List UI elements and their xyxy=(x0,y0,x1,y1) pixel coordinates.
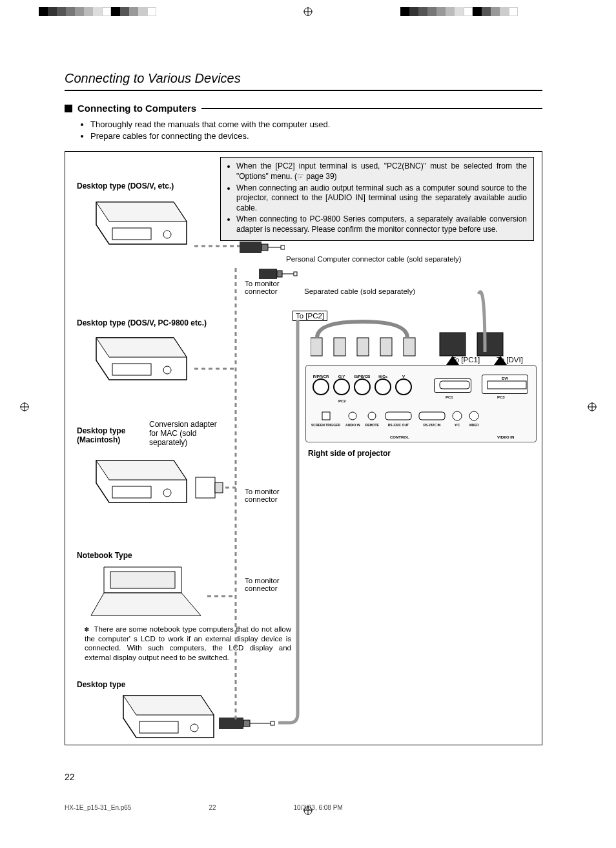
registration-mark-icon xyxy=(303,806,313,815)
svg-point-31 xyxy=(469,411,478,420)
port-label: G/Y xyxy=(333,375,350,378)
section-heading: Connecting to Computers xyxy=(65,103,542,114)
port-group-label: PC2 xyxy=(338,399,346,403)
section-title: Connecting to Computers xyxy=(77,103,196,114)
pc-cable-label: Personal Computer connector cable (sold … xyxy=(286,255,462,263)
svg-marker-39 xyxy=(91,593,201,615)
intro-list: Thoroughly read the manuals that come wi… xyxy=(88,119,542,142)
svg-rect-43 xyxy=(139,721,178,733)
desktop1-label: Desktop type (DOS/V, etc.) xyxy=(77,181,174,191)
serial-port-icon xyxy=(384,411,413,421)
svg-rect-11 xyxy=(294,272,297,276)
registration-mark-icon xyxy=(588,402,597,411)
mac-adapter-icon xyxy=(193,475,225,501)
port-label: REMOTE xyxy=(365,423,379,427)
svg-rect-21 xyxy=(440,333,466,356)
page-title: Connecting to Various Devices xyxy=(65,71,542,91)
svg-point-44 xyxy=(190,724,198,732)
svg-rect-24 xyxy=(488,381,526,389)
intro-bullet: Thoroughly read the manuals that come wi… xyxy=(90,119,542,130)
mac-label: Desktop type (Macintosh) xyxy=(77,426,141,444)
vga-connector-icon xyxy=(259,267,298,281)
rca-port-icon xyxy=(468,411,480,421)
svg-rect-17 xyxy=(334,338,345,356)
svg-rect-2 xyxy=(112,228,151,240)
port-label: V xyxy=(395,375,412,378)
svg-marker-33 xyxy=(96,460,187,480)
svg-rect-37 xyxy=(215,482,223,493)
registration-mark-icon xyxy=(20,402,29,411)
diagram-box: When the [PC2] input terminal is used, "… xyxy=(65,151,542,745)
svg-rect-14 xyxy=(112,364,151,375)
sep-cable-label: Separated cable (sold separately) xyxy=(304,287,415,295)
svg-rect-29 xyxy=(419,412,445,420)
svg-marker-1 xyxy=(96,202,187,222)
svg-marker-13 xyxy=(96,338,187,357)
notes-callout: When the [PC2] input terminal is used, "… xyxy=(220,157,534,240)
port-label: VIDEO xyxy=(468,423,480,427)
dvi-connector-icon xyxy=(219,715,277,732)
notebook-illustration xyxy=(85,564,207,622)
notebook-note-text: There are some notebook type computers t… xyxy=(85,625,291,661)
port-group-label: PC3 xyxy=(497,395,505,399)
svg-point-27 xyxy=(368,412,376,420)
port-label: R/PR/CR xyxy=(313,375,329,378)
port-label: SCREEN TRIGGER xyxy=(311,423,340,427)
notebook-note: ✽ There are some notebook type computers… xyxy=(85,625,291,662)
to-monitor-1: To monitor connector xyxy=(245,280,290,295)
port-label: RS-232C IN xyxy=(418,423,446,427)
svg-rect-5 xyxy=(262,244,268,251)
jack-port-icon xyxy=(367,411,377,421)
registration-mark-icon xyxy=(303,7,313,16)
svg-rect-19 xyxy=(380,338,392,356)
port-group-label: VIDEO IN xyxy=(497,435,514,439)
svg-rect-4 xyxy=(240,242,262,253)
svideo-port-icon xyxy=(451,411,463,421)
svg-rect-25 xyxy=(322,412,330,420)
svg-rect-36 xyxy=(196,477,215,498)
vga-connector-icon xyxy=(240,239,285,256)
svg-rect-46 xyxy=(243,720,250,727)
bnc-port-icon xyxy=(313,378,329,395)
svg-rect-23 xyxy=(440,381,469,389)
vga-port-icon xyxy=(434,378,471,393)
svg-rect-20 xyxy=(404,338,415,356)
svg-point-3 xyxy=(163,231,171,238)
serial-port-icon xyxy=(418,411,446,421)
dvi-port-icon: DVI xyxy=(482,375,528,394)
mac-illustration xyxy=(77,454,193,509)
footer-page: 22 xyxy=(209,804,216,811)
svg-rect-28 xyxy=(385,412,411,420)
svg-rect-16 xyxy=(311,338,322,356)
svg-rect-45 xyxy=(219,718,243,729)
bnc-port-icon xyxy=(333,378,350,395)
svg-rect-22 xyxy=(477,333,503,356)
port-label: RS-232C OUT xyxy=(384,423,413,427)
svg-point-15 xyxy=(163,366,171,374)
projector-side-panel: R/PR/CR G/Y B/PB/CB H/Cs V xyxy=(305,365,537,442)
svg-rect-9 xyxy=(277,271,282,277)
port-label: B/PB/CB xyxy=(354,375,371,378)
projector-side-label: Right side of projector xyxy=(308,449,391,458)
page-number: 22 xyxy=(65,772,75,782)
svg-rect-48 xyxy=(271,721,274,725)
desktop-bottom-label: Desktop type xyxy=(77,680,125,689)
conversion-adapter-label: Conversion adapter for MAC (sold separat… xyxy=(149,420,220,447)
port-group-label: CONTROL xyxy=(390,435,409,439)
svg-point-35 xyxy=(163,489,171,497)
port-label: Y/C xyxy=(451,423,463,427)
desktop2-illustration xyxy=(77,331,193,386)
desktop2-label: Desktop type (DOS/V, PC-9800 etc.) xyxy=(77,318,207,327)
jack-port-icon xyxy=(321,411,331,421)
port-label: H/Cs xyxy=(375,375,391,378)
color-bar-left xyxy=(39,7,156,16)
svg-rect-34 xyxy=(112,486,151,498)
svg-rect-40 xyxy=(110,572,175,588)
port-group-label: PC1 xyxy=(446,395,453,399)
footer-file: HX-1E_p15-31_En.p65 xyxy=(65,804,131,811)
footer-date: 10/3/03, 6:08 PM xyxy=(294,804,343,811)
svg-rect-7 xyxy=(281,245,285,249)
port-label: AUDIO IN xyxy=(345,423,360,427)
notebook-label: Notebook Type xyxy=(77,551,132,560)
svg-marker-42 xyxy=(123,696,214,715)
